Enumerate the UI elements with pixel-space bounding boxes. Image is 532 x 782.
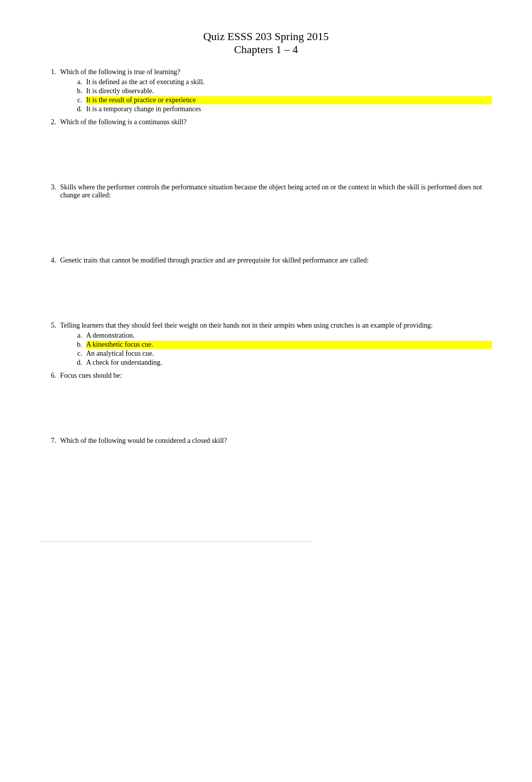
answer-item: b.A kinesthetic focus cue. [70,341,492,349]
question-number: 4. [40,256,60,265]
answer-item: a.It is defined as the act of executing … [70,78,492,86]
answers-list: a.A demonstration.b.A kinesthetic focus … [70,332,492,367]
page-title: Quiz ESSS 203 Spring 2015 [40,30,492,43]
answer-item: d.A check for understanding. [70,359,492,367]
answer-letter: a. [70,332,86,340]
answer-letter: a. [70,78,86,86]
answer-item: a.A demonstration. [70,332,492,340]
question-text: Skills where the performer controls the … [60,183,492,199]
question-item: 1.Which of the following is true of lear… [40,68,492,113]
answer-text: A kinesthetic focus cue. [86,341,492,349]
question-item: 7.Which of the following would be consid… [40,437,492,542]
question-number: 3. [40,183,60,191]
question-text: Which of the following is a continuous s… [60,118,492,126]
answer-item: c.An analytical focus cue. [70,350,492,358]
question-item: 6.Focus cues should be: [40,372,492,432]
answer-letter: c. [70,350,86,358]
question-text: Which of the following is true of learni… [60,68,492,76]
question-number: 1. [40,68,60,76]
answer-letter: c. [70,96,86,104]
answer-text: It is defined as the act of executing a … [86,78,492,86]
question-text: Focus cues should be: [60,372,492,380]
spacer [40,382,492,432]
question-number: 5. [40,322,60,330]
answer-text: It is the result of practice or experien… [86,96,492,104]
answer-line [40,541,311,542]
question-item: 3.Skills where the performer controls th… [40,183,492,251]
page-subtitle: Chapters 1 – 4 [40,43,492,56]
question-number: 7. [40,437,60,445]
question-item: 4.Genetic traits that cannot be modified… [40,256,492,317]
page-header: Quiz ESSS 203 Spring 2015 Chapters 1 – 4 [40,30,492,56]
spacer [40,128,492,178]
answer-letter: d. [70,105,86,113]
question-text: Telling learners that they should feel t… [60,322,492,330]
answer-text: A demonstration. [86,332,492,340]
question-number: 6. [40,372,60,380]
answer-text: It is a temporary change in performances [86,105,492,113]
answer-letter: b. [70,341,86,349]
question-item: 2.Which of the following is a continuous… [40,118,492,178]
question-item: 5.Telling learners that they should feel… [40,322,492,367]
answer-item: c.It is the result of practice or experi… [70,96,492,104]
answer-text: It is directly observable. [86,87,492,95]
answers-list: a.It is defined as the act of executing … [70,78,492,113]
question-number: 2. [40,118,60,126]
spacer [40,267,492,317]
spacer [40,201,492,251]
answer-item: d.It is a temporary change in performanc… [70,105,492,113]
answer-letter: d. [70,359,86,367]
spacer [40,447,492,537]
answer-item: b.It is directly observable. [70,87,492,95]
questions-list: 1.Which of the following is true of lear… [40,68,492,542]
answer-letter: b. [70,87,86,95]
answer-text: An analytical focus cue. [86,350,492,358]
question-text: Genetic traits that cannot be modified t… [60,256,492,265]
question-text: Which of the following would be consider… [60,437,492,445]
answer-text: A check for understanding. [86,359,492,367]
